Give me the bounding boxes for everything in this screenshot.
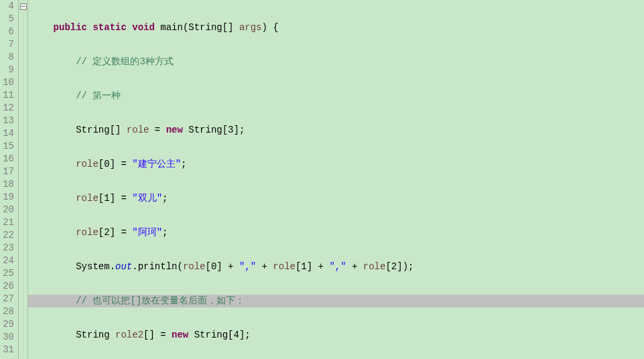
fold-line-icon [19,25,27,38]
line-number: 19 [0,191,14,204]
fold-toggle-icon[interactable] [19,0,27,13]
code-line: String[] role = new String[3]; [28,124,644,137]
line-number: 7 [0,38,14,51]
line-number-gutter: 4567891011121314151617181920212223242526… [0,0,19,359]
fold-line-icon [19,280,27,293]
line-number: 31 [0,344,14,356]
line-number: 10 [0,76,14,89]
code-area[interactable]: public static void main(String[] args) {… [28,0,644,359]
line-number: 16 [0,153,14,165]
fold-line-icon [19,127,27,140]
line-number: 23 [0,242,14,255]
fold-line-icon [19,153,27,165]
code-line: role[1] = "双儿"; [28,192,644,205]
line-number: 28 [0,305,14,318]
code-line: role[0] = "建宁公主"; [28,158,644,171]
line-number: 8 [0,51,14,64]
line-number: 5 [0,13,14,25]
line-number: 18 [0,178,14,191]
fold-line-icon [19,267,27,280]
fold-line-icon [19,51,27,64]
line-number: 22 [0,229,14,242]
fold-line-icon [19,344,27,356]
fold-line-icon [19,331,27,344]
line-number: 12 [0,102,14,115]
code-line: String role2[] = new String[4]; [28,329,644,342]
fold-line-icon [19,89,27,102]
fold-line-icon [19,76,27,89]
line-number: 26 [0,280,14,293]
fold-line-icon [19,191,27,204]
line-number: 25 [0,267,14,280]
line-number: 17 [0,165,14,178]
fold-line-icon [19,229,27,242]
line-number: 27 [0,293,14,305]
line-number: 9 [0,64,14,76]
code-editor: 4567891011121314151617181920212223242526… [0,0,644,359]
fold-line-icon [19,38,27,51]
line-number: 20 [0,204,14,216]
code-line: System.out.println(role[0] + "," + role[… [28,261,644,273]
fold-line-icon [19,13,27,25]
fold-line-icon [19,305,27,318]
fold-line-icon [19,255,27,267]
fold-line-icon [19,318,27,331]
fold-column [19,0,28,359]
line-number: 14 [0,127,14,140]
fold-line-icon [19,140,27,153]
code-line: role[2] = "阿珂"; [28,226,644,239]
line-number: 30 [0,331,14,344]
code-line-highlighted: // 也可以把[]放在变量名后面，如下： [28,295,644,307]
fold-line-icon [19,115,27,127]
line-number: 15 [0,140,14,153]
fold-line-icon [19,178,27,191]
fold-line-icon [19,102,27,115]
line-number: 29 [0,318,14,331]
fold-line-icon [19,293,27,305]
line-number: 6 [0,25,14,38]
code-line: // 第一种 [28,90,644,102]
line-number: 4 [0,0,14,13]
line-number: 21 [0,216,14,229]
code-line: // 定义数组的3种方式 [28,56,644,68]
fold-line-icon [19,216,27,229]
code-line: public static void main(String[] args) { [28,21,644,34]
fold-line-icon [19,165,27,178]
line-number: 24 [0,255,14,267]
fold-line-icon [19,242,27,255]
line-number: 11 [0,89,14,102]
line-number: 13 [0,115,14,127]
fold-line-icon [19,204,27,216]
fold-line-icon [19,64,27,76]
